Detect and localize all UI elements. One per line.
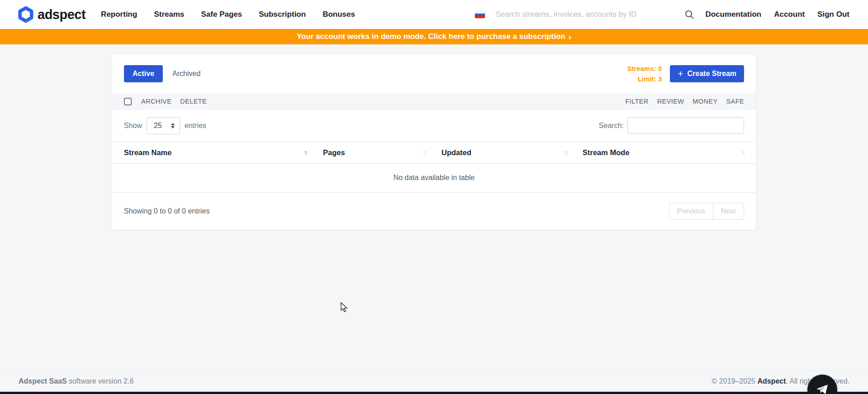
footer-version-text: Adspect SaaS software version 2.6: [19, 377, 133, 385]
mouse-cursor: [340, 302, 349, 314]
table-header-row: Stream Name ↑↓ Pages ↑↓ Updated ↑↓ Strea…: [112, 142, 756, 164]
nav-item-safe-pages[interactable]: Safe Pages: [201, 10, 242, 19]
demo-mode-banner[interactable]: Your account works in demo mode. Click h…: [0, 29, 868, 44]
page-size-select[interactable]: 25: [147, 117, 180, 134]
streams-card-header: Active Archived Streams: 0 Limit: 3 + Cr…: [112, 54, 756, 94]
table-search-label: Search:: [599, 122, 624, 130]
sort-icon: ↑↓: [304, 149, 308, 156]
safe-action[interactable]: SAFE: [726, 98, 744, 105]
show-label: Show: [124, 122, 142, 130]
streams-card: Active Archived Streams: 0 Limit: 3 + Cr…: [112, 54, 756, 230]
tab-archived[interactable]: Archived: [172, 70, 200, 78]
empty-state-text: No data available in table: [394, 174, 475, 182]
bulk-actions-toolbar: ARCHIVE DELETE FILTER REVIEW MONEY SAFE: [112, 94, 756, 109]
search-icon[interactable]: [684, 9, 694, 19]
bottom-strip: [0, 392, 868, 394]
logo-wordmark: adspect: [38, 7, 85, 22]
telegram-icon: [815, 382, 830, 394]
main-nav: Reporting Streams Safe Pages Subscriptio…: [101, 10, 355, 19]
archive-action[interactable]: ARCHIVE: [141, 98, 171, 105]
top-navigation-bar: adspect Reporting Streams Safe Pages Sub…: [0, 0, 868, 29]
previous-page-button[interactable]: Previous: [669, 203, 713, 220]
chevron-right-icon: ›: [569, 33, 571, 41]
nav-item-reporting[interactable]: Reporting: [101, 10, 137, 19]
column-header-stream-name[interactable]: Stream Name ↑↓: [124, 148, 323, 157]
money-action[interactable]: MONEY: [693, 98, 717, 105]
stream-quota: Streams: 0 Limit: 3: [627, 63, 662, 85]
nav-item-account[interactable]: Account: [774, 10, 805, 19]
sort-icon: ↑↓: [564, 149, 567, 156]
review-action[interactable]: REVIEW: [657, 98, 684, 105]
table-controls-row: Show 25 entries Search:: [112, 109, 756, 142]
topbar-links: Documentation Account Sign Out: [705, 10, 849, 19]
streams-count: Streams: 0: [627, 63, 662, 74]
adspect-logo[interactable]: adspect: [18, 6, 85, 23]
adspect-logo-icon: [18, 6, 33, 23]
nav-item-documentation[interactable]: Documentation: [705, 10, 761, 19]
streams-limit: Limit: 3: [627, 74, 662, 84]
showing-entries-text: Showing 0 to 0 of 0 entries: [124, 207, 209, 215]
entries-label: entries: [185, 122, 206, 130]
pagination: Previous Next: [669, 203, 744, 220]
nav-item-subscription[interactable]: Subscription: [259, 10, 306, 19]
select-all-checkbox[interactable]: [124, 98, 132, 105]
column-header-updated[interactable]: Updated ↑↓: [441, 148, 583, 157]
create-stream-button[interactable]: + Create Stream: [670, 65, 744, 82]
table-search-wrap: Search:: [599, 117, 744, 134]
nav-item-sign-out[interactable]: Sign Out: [817, 10, 849, 19]
table-footer-row: Showing 0 to 0 of 0 entries Previous Nex…: [112, 193, 756, 230]
global-search-input[interactable]: [495, 10, 680, 19]
delete-action[interactable]: DELETE: [180, 98, 207, 105]
nav-item-bonuses[interactable]: Bonuses: [323, 10, 355, 19]
next-page-button[interactable]: Next: [713, 203, 744, 220]
column-header-stream-mode[interactable]: Stream Mode ↑↓: [583, 148, 744, 157]
demo-mode-banner-text: Your account works in demo mode. Click h…: [297, 32, 565, 41]
column-header-pages[interactable]: Pages ↑↓: [323, 148, 441, 157]
plus-icon: +: [678, 70, 683, 77]
page-footer: Adspect SaaS software version 2.6 © 2019…: [0, 370, 868, 392]
topbar-right: Documentation Account Sign Out: [474, 9, 849, 19]
nav-item-streams[interactable]: Streams: [154, 10, 184, 19]
table-search-input[interactable]: [627, 117, 744, 134]
language-flag-icon[interactable]: [474, 11, 485, 19]
main-content: Active Archived Streams: 0 Limit: 3 + Cr…: [0, 44, 868, 370]
tab-active[interactable]: Active: [124, 65, 163, 82]
sort-icon: ↑↓: [422, 149, 426, 156]
table-empty-row: No data available in table: [112, 164, 756, 193]
filter-action[interactable]: FILTER: [625, 98, 648, 105]
sort-icon: ↑↓: [740, 149, 744, 156]
select-arrows-icon: [171, 123, 175, 128]
